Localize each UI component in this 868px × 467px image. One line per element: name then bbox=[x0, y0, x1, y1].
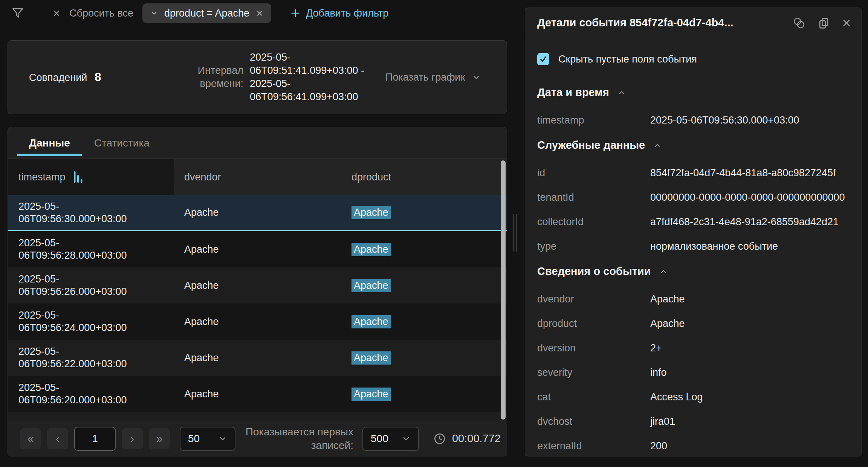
field-name: type bbox=[537, 241, 650, 252]
matches-counter: Совпадений 8 bbox=[29, 70, 101, 84]
panel-resize-handle[interactable] bbox=[513, 214, 517, 252]
match-highlight: Apache bbox=[351, 351, 391, 365]
reset-all-filters-button[interactable]: Сбросить все bbox=[52, 8, 133, 19]
field-name: dvchost bbox=[537, 416, 650, 427]
table-row[interactable]: 2025-05-06T09:56:24.000+03:00 Apache Apa… bbox=[8, 304, 507, 340]
table-row[interactable]: 2025-05-06T09:56:22.000+03:00 Apache Apa… bbox=[8, 340, 507, 376]
cell-timestamp: 2025-05-06T09:56:20.000+03:00 bbox=[8, 382, 174, 406]
column-header-dproduct[interactable]: dproduct bbox=[341, 159, 507, 195]
detail-field: id 854f72fa-04d7-4b44-81a8-a80c9827245f bbox=[537, 167, 850, 179]
details-content: Скрыть пустые поля события Дата и время … bbox=[525, 38, 862, 452]
pagination-right-group: Показывается первых записей: 500 00:00.7… bbox=[237, 425, 501, 452]
field-name: id bbox=[537, 167, 650, 179]
table-row-partial[interactable]: 2025-05- bbox=[8, 412, 507, 421]
field-value: jira01 bbox=[650, 416, 675, 427]
section-service-data: Служебные данные id 854f72fa-04d7-4b44-8… bbox=[537, 139, 850, 252]
clear-icon bbox=[52, 9, 61, 18]
page-size-select[interactable]: 50 bbox=[180, 427, 235, 451]
field-value: a7fdf468-2c31-4e48-91a2-68559ad42d21 bbox=[650, 216, 839, 228]
chevron-down-icon bbox=[218, 434, 227, 443]
column-divider bbox=[341, 165, 341, 189]
filter-chip-dproduct[interactable]: dproduct = Apache bbox=[142, 3, 271, 23]
detail-field: tenantId 00000000-0000-0000-0000-0000000… bbox=[537, 192, 850, 203]
cell-dproduct: Apache bbox=[341, 388, 507, 401]
vertical-scrollbar[interactable] bbox=[501, 160, 506, 420]
column-label: timestamp bbox=[18, 171, 66, 183]
add-filter-label: Добавить фильтр bbox=[306, 8, 388, 19]
column-label: dvendor bbox=[184, 171, 221, 183]
detail-field: dvendor Apache bbox=[537, 293, 850, 305]
last-page-button[interactable]: » bbox=[149, 428, 170, 449]
pagination-bar: « ‹ › » 50 Показывается первых записей: … bbox=[8, 421, 507, 456]
query-time-value: 00:00.772 bbox=[452, 432, 501, 445]
field-value: 00000000-0000-0000-0000-000000000000 bbox=[650, 192, 845, 203]
table-row[interactable]: 2025-05-06T09:56:20.000+03:00 Apache Apa… bbox=[8, 376, 507, 412]
detail-field: cat Access Log bbox=[537, 391, 850, 403]
chevron-down-icon bbox=[472, 73, 481, 82]
tab-data[interactable]: Данные bbox=[17, 127, 82, 159]
records-limit-select[interactable]: 500 bbox=[362, 427, 419, 451]
table-tabs: Данные Статистика bbox=[8, 127, 507, 159]
section-title-label: Сведения о событии bbox=[537, 265, 651, 278]
field-name: collectorId bbox=[537, 216, 650, 228]
column-header-dvendor[interactable]: dvendor bbox=[174, 159, 341, 195]
column-header-timestamp[interactable]: timestamp bbox=[8, 159, 174, 195]
column-divider bbox=[174, 165, 174, 189]
field-name: timestamp bbox=[537, 114, 650, 126]
linked-events-icon[interactable] bbox=[792, 16, 806, 30]
section-header[interactable]: Сведения о событии bbox=[537, 265, 850, 278]
table-row[interactable]: 2025-05-06T09:56:30.000+03:00 Apache Apa… bbox=[8, 195, 507, 231]
field-value: info bbox=[650, 367, 667, 378]
detail-field: dproduct Apache bbox=[537, 318, 850, 330]
matches-count: 8 bbox=[95, 70, 101, 84]
field-value: нормализованное событие bbox=[650, 241, 778, 252]
first-page-button[interactable]: « bbox=[20, 428, 41, 449]
page-number-input[interactable] bbox=[74, 427, 116, 451]
field-name: dversion bbox=[537, 342, 650, 354]
results-summary-panel: Совпадений 8 Интервал времени: 2025-05-0… bbox=[8, 40, 507, 114]
table-header: timestamp dvendor dproduct bbox=[8, 159, 507, 195]
field-name: dvendor bbox=[537, 293, 650, 305]
table-row[interactable]: 2025-05-06T09:56:26.000+03:00 Apache Apa… bbox=[8, 267, 507, 304]
table-row[interactable]: 2025-05-06T09:56:28.000+03:00 Apache Apa… bbox=[8, 231, 507, 267]
filter-bar: Сбросить все dproduct = Apache Добавить … bbox=[8, 0, 507, 26]
chevron-down-icon[interactable] bbox=[150, 9, 158, 17]
filter-chip-label: dproduct = Apache bbox=[164, 8, 249, 19]
hide-empty-fields-row[interactable]: Скрыть пустые поля события bbox=[537, 53, 850, 65]
section-header[interactable]: Служебные данные bbox=[537, 139, 850, 151]
section-title-label: Служебные данные bbox=[537, 139, 645, 151]
field-name: severity bbox=[537, 367, 650, 378]
chevron-up-icon bbox=[653, 141, 662, 150]
field-value: Access Log bbox=[650, 391, 703, 403]
reset-all-label: Сбросить все bbox=[69, 8, 133, 19]
table-body: 2025-05-06T09:56:30.000+03:00 Apache Apa… bbox=[8, 195, 507, 421]
close-icon[interactable] bbox=[841, 18, 852, 28]
cell-timestamp: 2025-05-06T09:56:26.000+03:00 bbox=[8, 273, 174, 298]
field-value: 854f72fa-04d7-4b44-81a8-a80c9827245f bbox=[650, 167, 836, 179]
field-value: 2025-05-06T09:56:30.000+03:00 bbox=[650, 114, 799, 126]
show-chart-toggle[interactable]: Показать график bbox=[385, 72, 481, 83]
checkbox-checked-icon[interactable] bbox=[537, 53, 549, 65]
details-header: Детали события 854f72fa-04d7-4b4... bbox=[525, 8, 862, 38]
prev-page-button[interactable]: ‹ bbox=[47, 428, 68, 449]
details-title: Детали события 854f72fa-04d7-4b4... bbox=[537, 17, 792, 29]
section-header[interactable]: Дата и время bbox=[537, 86, 850, 99]
event-explorer-screen: Сбросить все dproduct = Apache Добавить … bbox=[0, 0, 868, 467]
cell-dproduct: Apache bbox=[341, 351, 507, 365]
histogram-sort-icon[interactable] bbox=[74, 171, 84, 183]
remove-filter-icon[interactable] bbox=[255, 9, 264, 17]
field-value: Apache bbox=[650, 293, 685, 305]
next-page-button[interactable]: › bbox=[122, 428, 143, 449]
filter-funnel-icon[interactable] bbox=[11, 6, 24, 20]
copy-icon[interactable] bbox=[817, 17, 830, 29]
add-filter-button[interactable]: Добавить фильтр bbox=[290, 8, 388, 19]
cell-dproduct: Apache bbox=[341, 243, 507, 256]
field-name: externalId bbox=[537, 440, 650, 452]
cell-dproduct: Apache bbox=[341, 315, 507, 328]
tab-statistics[interactable]: Статистика bbox=[82, 127, 162, 159]
match-highlight: Apache bbox=[351, 243, 391, 256]
field-value: 200 bbox=[650, 440, 667, 452]
column-label: dproduct bbox=[351, 171, 391, 183]
detail-field: dvchost jira01 bbox=[537, 416, 850, 427]
detail-field: externalId 200 bbox=[537, 440, 850, 452]
